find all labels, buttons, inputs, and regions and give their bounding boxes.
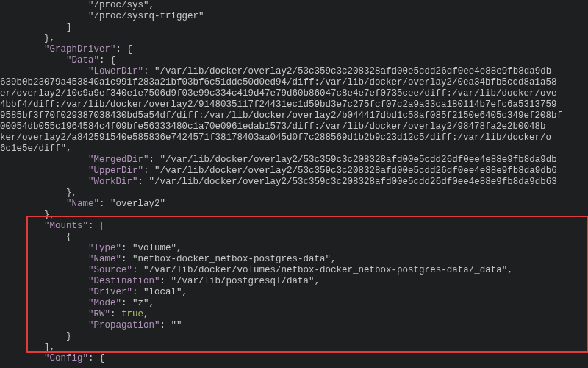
- code-line: "GraphDriver": {: [0, 44, 588, 55]
- code-line: "WorkDir": "/var/lib/docker/overlay2/53c…: [0, 177, 588, 188]
- code-line: 639b0b23079a453840a1c991f283a21bf03bf6c5…: [0, 77, 588, 88]
- code-line: "Mode": "z",: [0, 298, 588, 309]
- code-line: "/proc/sysrq-trigger": [0, 11, 588, 22]
- code-line: "Name": "overlay2": [0, 199, 588, 210]
- json-output: "/proc/sys", "/proc/sysrq-trigger" ] }, …: [0, 0, 588, 364]
- code-line: ]: [0, 22, 588, 33]
- code-line: 9585bf3f70f029387038430bd5a54df/diff:/va…: [0, 110, 588, 121]
- code-line: "MergedDir": "/var/lib/docker/overlay2/5…: [0, 155, 588, 166]
- code-line: "Driver": "local",: [0, 287, 588, 298]
- code-line: "Destination": "/var/lib/postgresql/data…: [0, 276, 588, 287]
- code-line: "LowerDir": "/var/lib/docker/overlay2/53…: [0, 66, 588, 77]
- code-line: "RW": true,: [0, 309, 588, 320]
- code-line: "Data": {: [0, 55, 588, 66]
- code-line: },: [0, 188, 588, 199]
- code-line: },: [0, 33, 588, 44]
- code-line: "Mounts": [: [0, 221, 588, 232]
- code-line: "/proc/sys",: [0, 0, 588, 11]
- code-line: er/overlay2/10c9a9ef340e1e7506d9f03e99c3…: [0, 88, 588, 99]
- code-line: 00054db055c1964584c4f09bfe56333480c1a70e…: [0, 121, 588, 132]
- code-line: "Source": "/var/lib/docker/volumes/netbo…: [0, 265, 588, 276]
- code-line: 6c1e5e/diff",: [0, 144, 588, 155]
- code-line: "Type": "volume",: [0, 243, 588, 254]
- code-line: "UpperDir": "/var/lib/docker/overlay2/53…: [0, 166, 588, 177]
- code-line: }: [0, 331, 588, 342]
- code-line: 4bbf4/diff:/var/lib/docker/overlay2/9148…: [0, 99, 588, 110]
- code-line: ker/overlay2/a842591540e585836e7424571f3…: [0, 132, 588, 144]
- code-line: "Propagation": "": [0, 320, 588, 331]
- code-line: "Config": {: [0, 353, 588, 364]
- code-line: },: [0, 210, 588, 221]
- code-line: ],: [0, 342, 588, 353]
- code-line: "Name": "netbox-docker_netbox-postgres-d…: [0, 254, 588, 265]
- code-line: {: [0, 232, 588, 243]
